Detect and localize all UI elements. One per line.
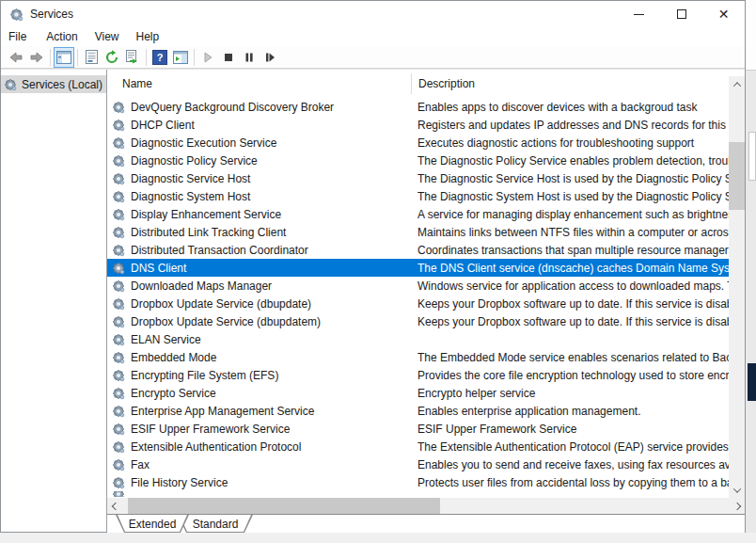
table-row[interactable]: ELAN Service	[107, 330, 730, 348]
maximize-button[interactable]	[660, 1, 702, 27]
table-row[interactable]: File History Service Protects user files…	[107, 473, 730, 491]
service-name: DHCP Client	[127, 119, 411, 132]
service-gear-icon	[112, 333, 125, 346]
sidebar-item-services-local[interactable]: Services (Local)	[1, 75, 106, 93]
restart-service-icon[interactable]	[260, 47, 280, 68]
scroll-left-button[interactable]	[107, 498, 123, 514]
table-row[interactable]: Diagnostic System Host The Diagnostic Sy…	[107, 187, 730, 205]
vertical-scroll-thumb[interactable]	[729, 142, 745, 210]
table-row[interactable]: Extensible Authentication Protocol The E…	[107, 438, 730, 455]
table-row[interactable]: Distributed Transaction Coordinator Coor…	[107, 241, 730, 259]
column-headers: Name Description	[107, 70, 745, 98]
service-name: Diagnostic System Host	[127, 190, 411, 203]
tab-standard-label: Standard	[193, 518, 239, 531]
table-row[interactable]: Embedded Mode The Embedded Mode service …	[107, 348, 730, 366]
scroll-up-button[interactable]	[729, 76, 745, 92]
vertical-scrollbar[interactable]	[729, 76, 745, 498]
tab-standard[interactable]: Standard	[178, 515, 253, 533]
table-row[interactable]: DevQuery Background Discovery Broker Ena…	[107, 98, 730, 116]
column-header-name[interactable]: Name	[107, 77, 411, 90]
service-gear-icon	[112, 405, 125, 418]
stop-service-icon[interactable]	[218, 47, 239, 68]
service-description: The Diagnostic Policy Service enables pr…	[411, 154, 730, 168]
table-row[interactable]: Diagnostic Service Host The Diagnostic S…	[107, 169, 730, 187]
sidebar-item-label: Services (Local)	[22, 78, 102, 91]
service-name: ESIF Upper Framework Service	[127, 423, 411, 436]
column-header-description[interactable]: Description	[411, 73, 745, 94]
table-row[interactable]: DHCP Client Registers and updates IP add…	[107, 116, 730, 134]
service-gear-icon	[112, 491, 125, 497]
properties-icon[interactable]	[81, 47, 102, 68]
service-name: Embedded Mode	[127, 351, 411, 364]
service-gear-icon	[112, 458, 125, 471]
scroll-right-button[interactable]	[729, 498, 745, 514]
service-name: Downloaded Maps Manager	[127, 279, 411, 293]
table-row[interactable]: ESIF Upper Framework Service ESIF Upper …	[107, 420, 730, 438]
show-action-pane-icon[interactable]	[170, 47, 191, 68]
service-name: ELAN Service	[127, 333, 411, 346]
service-description: The Embedded Mode service enables scenar…	[411, 351, 730, 364]
toolbar: ?	[1, 46, 745, 69]
svg-text:?: ?	[157, 52, 164, 63]
service-description: Executes diagnostic actions for troubles…	[411, 136, 730, 150]
export-list-icon[interactable]	[122, 47, 143, 68]
service-gear-icon	[112, 262, 125, 275]
service-name: File History Service	[127, 476, 411, 489]
service-rows: DevQuery Background Discovery Broker Ena…	[107, 98, 730, 491]
horizontal-scrollbar[interactable]	[107, 498, 745, 514]
service-name: DevQuery Background Discovery Broker	[127, 101, 411, 114]
start-service-icon[interactable]	[197, 47, 218, 68]
chevron-up-icon	[732, 82, 740, 89]
chevron-left-icon	[111, 502, 118, 509]
service-name: Display Enhancement Service	[127, 208, 411, 221]
service-name: Diagnostic Policy Service	[127, 154, 411, 168]
toolbar-separator	[146, 49, 147, 66]
minimize-button[interactable]	[618, 1, 660, 27]
table-row[interactable]: Diagnostic Policy Service The Diagnostic…	[107, 152, 730, 169]
service-description: Coordinates transactions that span multi…	[411, 244, 730, 257]
table-row[interactable]: DNS Client The DNS Client service (dnsca…	[107, 259, 730, 277]
service-description: The DNS Client service (dnscache) caches…	[411, 262, 730, 275]
forward-icon[interactable]	[26, 47, 47, 68]
service-gear-icon	[112, 476, 125, 489]
horizontal-scroll-thumb[interactable]	[128, 498, 440, 514]
service-name: Encrypto Service	[127, 387, 411, 400]
scroll-down-button[interactable]	[729, 482, 745, 498]
table-row[interactable]: Display Enhancement Service A service fo…	[107, 205, 730, 223]
table-row[interactable]: Dropbox Update Service (dbupdatem) Keeps…	[107, 312, 730, 330]
pause-service-icon[interactable]	[239, 47, 260, 68]
table-row[interactable]: Encrypting File System (EFS) Provides th…	[107, 366, 730, 384]
table-row[interactable]: Dropbox Update Service (dbupdate) Keeps …	[107, 295, 730, 312]
table-row[interactable]: Diagnostic Execution Service Executes di…	[107, 134, 730, 152]
service-description: Protects user files from accidental loss…	[411, 476, 730, 489]
service-description: Enables you to send and receive faxes, u…	[411, 458, 730, 471]
console-tree: Services (Local)	[1, 70, 107, 532]
help-icon[interactable]: ?	[150, 47, 170, 68]
table-row[interactable]: Downloaded Maps Manager Windows service …	[107, 277, 730, 295]
menu-action[interactable]: Action	[38, 28, 86, 46]
service-name: Distributed Link Tracking Client	[127, 226, 411, 239]
service-name: Diagnostic Execution Service	[127, 136, 411, 150]
service-gear-icon	[112, 369, 125, 382]
toolbar-separator	[50, 49, 51, 66]
tab-extended[interactable]: Extended	[116, 515, 189, 533]
service-description: Windows service for application access t…	[411, 279, 730, 293]
chevron-right-icon	[732, 502, 740, 509]
table-row[interactable]: Enterprise App Management Service Enable…	[107, 402, 730, 420]
close-button[interactable]: ✕	[702, 1, 745, 27]
services-list-pane: Name Description DevQuery Background Dis…	[107, 70, 745, 532]
show-console-tree-icon[interactable]	[54, 47, 74, 68]
service-description: Keeps your Dropbox software up to date. …	[411, 297, 730, 311]
service-name: Dropbox Update Service (dbupdate)	[127, 297, 411, 311]
table-row-partial[interactable]	[107, 491, 730, 497]
service-gear-icon	[112, 154, 125, 168]
back-icon[interactable]	[6, 47, 26, 68]
refresh-icon[interactable]	[102, 47, 122, 68]
menu-file[interactable]: File	[8, 28, 38, 46]
menu-help[interactable]: Help	[128, 28, 168, 46]
title-bar: Services ✕	[1, 1, 745, 27]
table-row[interactable]: Distributed Link Tracking Client Maintai…	[107, 223, 730, 241]
table-row[interactable]: Fax Enables you to send and receive faxe…	[107, 455, 730, 473]
menu-view[interactable]: View	[87, 28, 128, 46]
table-row[interactable]: Encrypto Service Encrypto helper service	[107, 384, 730, 402]
